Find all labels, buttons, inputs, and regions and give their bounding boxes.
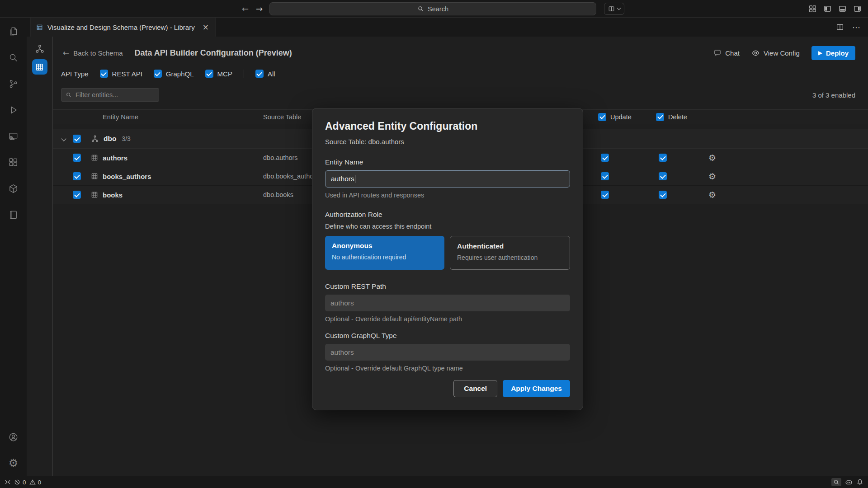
settings-gear-icon[interactable]: ⚙ xyxy=(4,453,24,473)
custom-graphql-type-help: Optional - Override default GraphQL type… xyxy=(325,365,570,372)
auth-option-authenticated[interactable]: Authenticated Requires user authenticati… xyxy=(450,236,570,270)
entity-name-input[interactable]: authors xyxy=(325,170,570,188)
custom-rest-path-input-wrap[interactable] xyxy=(325,295,570,311)
row-checkbox[interactable] xyxy=(73,172,81,180)
back-to-schema-link[interactable]: ← Back to Schema xyxy=(63,48,123,57)
warning-icon xyxy=(29,479,36,485)
problems-errors[interactable]: 0 xyxy=(14,479,26,486)
expand-chevron-icon[interactable] xyxy=(61,136,66,141)
notebook-icon[interactable] xyxy=(4,205,24,225)
rest-api-checkbox-item[interactable]: REST API xyxy=(100,70,142,78)
group-count: 3/3 xyxy=(122,135,130,142)
custom-rest-path-label: Custom REST Path xyxy=(325,282,570,291)
explorer-icon[interactable] xyxy=(4,21,24,41)
custom-rest-path-input[interactable] xyxy=(330,299,565,307)
database-projects-icon[interactable] xyxy=(4,178,24,198)
toggle-sidebar-right-icon[interactable] xyxy=(853,5,862,13)
filter-entities-input[interactable] xyxy=(75,91,160,99)
entity-name-help: Used in API routes and responses xyxy=(325,192,570,199)
history-back-icon[interactable]: ← xyxy=(242,4,249,14)
history-forward-icon[interactable]: → xyxy=(256,4,263,14)
accounts-icon[interactable] xyxy=(4,427,24,447)
source-table: dbo.books xyxy=(263,191,293,198)
graphql-checkbox[interactable] xyxy=(154,70,162,78)
remote-indicator-icon[interactable] xyxy=(5,479,11,485)
row-settings-gear-icon[interactable]: ⚙ xyxy=(708,153,716,163)
group-checkbox[interactable] xyxy=(73,135,81,143)
delete-checkbox[interactable] xyxy=(659,191,667,199)
apply-changes-button[interactable]: Apply Changes xyxy=(503,380,570,397)
search-label: Search xyxy=(428,5,448,13)
auth-option-subtitle: Requires user authentication xyxy=(457,254,563,261)
row-checkbox[interactable] xyxy=(73,154,81,162)
warning-count: 0 xyxy=(38,479,42,486)
chat-button[interactable]: Chat xyxy=(713,49,740,57)
copilot-icon[interactable] xyxy=(844,478,853,487)
update-all-checkbox[interactable] xyxy=(598,113,606,121)
chat-label: Chat xyxy=(725,49,740,57)
play-icon: ▶ xyxy=(818,50,822,56)
entity-name: books xyxy=(103,191,123,199)
row-settings-gear-icon[interactable]: ⚙ xyxy=(708,171,716,181)
deploy-button[interactable]: ▶ Deploy xyxy=(811,46,855,60)
mcp-checkbox[interactable] xyxy=(205,70,213,78)
row-settings-gear-icon[interactable]: ⚙ xyxy=(708,190,716,200)
zoom-indicator[interactable] xyxy=(831,478,841,486)
mcp-checkbox-item[interactable]: MCP xyxy=(205,70,232,78)
toggle-panel-bottom-icon[interactable] xyxy=(838,5,847,13)
run-debug-icon[interactable] xyxy=(4,100,24,120)
designer-tool-strip xyxy=(27,37,53,476)
customize-layout-icon[interactable] xyxy=(808,5,817,13)
layout-dropdown-button[interactable] xyxy=(604,3,624,15)
column-source-table: Source Table xyxy=(263,110,301,124)
notifications-bell-icon[interactable] xyxy=(856,479,863,486)
entity-name: books_authors xyxy=(103,173,151,180)
rest-api-label: REST API xyxy=(112,70,142,78)
table-icon xyxy=(91,173,98,180)
problems-warnings[interactable]: 0 xyxy=(29,479,42,486)
update-checkbox[interactable] xyxy=(601,191,609,199)
row-checkbox[interactable] xyxy=(73,191,81,199)
cancel-button[interactable]: Cancel xyxy=(453,380,497,397)
schema-diagram-tool-icon[interactable] xyxy=(31,40,49,58)
update-checkbox[interactable] xyxy=(601,172,609,180)
view-config-button[interactable]: View Config xyxy=(751,49,800,57)
remote-explorer-icon[interactable] xyxy=(4,126,24,146)
custom-rest-path-help: Optional - Override default api/entityNa… xyxy=(325,315,570,323)
custom-graphql-type-input[interactable] xyxy=(330,348,565,357)
rest-api-checkbox[interactable] xyxy=(100,70,108,78)
filter-search-icon xyxy=(66,92,72,98)
extensions-icon[interactable] xyxy=(4,152,24,172)
entity-name-value: authors xyxy=(331,175,354,183)
tab-bar: Visualize and Design Schema (Preview) - … xyxy=(27,18,868,37)
source-control-icon[interactable] xyxy=(4,74,24,94)
advanced-entity-configuration-dialog: Advanced Entity Configuration Source Tab… xyxy=(312,108,583,410)
api-type-label: API Type xyxy=(61,70,89,78)
all-checkbox[interactable] xyxy=(255,70,264,78)
graphql-checkbox-item[interactable]: GraphQL xyxy=(154,70,194,78)
chevron-down-icon xyxy=(617,6,621,10)
tab-close-icon[interactable]: × xyxy=(202,23,210,32)
deploy-label: Deploy xyxy=(826,49,849,57)
back-label: Back to Schema xyxy=(73,49,123,57)
search-box[interactable]: Search xyxy=(269,2,596,15)
delete-all-checkbox[interactable] xyxy=(656,113,664,121)
delete-label: Delete xyxy=(668,113,687,121)
split-editor-icon[interactable] xyxy=(836,23,844,31)
tab-visualize-design-schema[interactable]: Visualize and Design Schema (Preview) - … xyxy=(30,18,216,37)
more-actions-icon[interactable]: ⋯ xyxy=(852,23,861,32)
filter-entities-input-wrap[interactable] xyxy=(61,88,159,102)
search-sidebar-icon[interactable] xyxy=(4,47,24,67)
delete-checkbox[interactable] xyxy=(659,154,667,162)
update-checkbox[interactable] xyxy=(601,154,609,162)
all-checkbox-item[interactable]: All xyxy=(255,70,275,78)
auth-option-anonymous[interactable]: Anonymous No authentication required xyxy=(325,236,444,270)
error-icon xyxy=(14,479,20,485)
all-label: All xyxy=(268,70,275,78)
table-designer-tool[interactable] xyxy=(31,58,49,76)
tab-title: Visualize and Design Schema (Preview) - … xyxy=(47,23,197,31)
toggle-sidebar-left-icon[interactable] xyxy=(823,5,832,13)
delete-checkbox[interactable] xyxy=(659,172,667,180)
custom-graphql-type-input-wrap[interactable] xyxy=(325,344,570,361)
schema-icon xyxy=(91,135,99,143)
